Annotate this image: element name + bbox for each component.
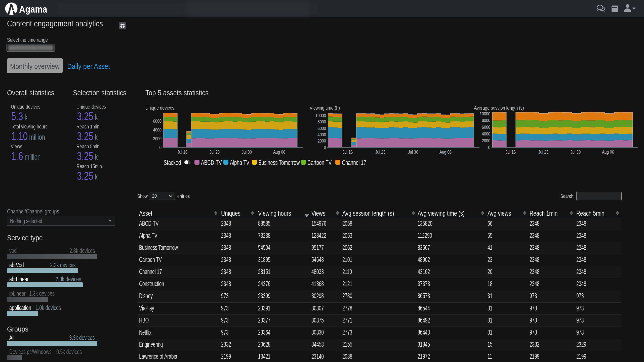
svg-text:4000: 4000 <box>153 127 162 132</box>
svg-text:10000: 10000 <box>315 113 326 118</box>
svg-text:Aug 06: Aug 06 <box>439 149 452 155</box>
svg-text:Jul 16: Jul 16 <box>506 149 516 155</box>
svg-text:10000: 10000 <box>480 111 490 116</box>
svg-text:2000: 2000 <box>482 138 490 143</box>
svg-text:Jul 23: Jul 23 <box>375 149 386 155</box>
svg-text:Jul 23: Jul 23 <box>538 149 549 155</box>
svg-text:0: 0 <box>488 145 490 150</box>
svg-text:Aug 06: Aug 06 <box>273 149 285 155</box>
svg-text:Jul 30: Jul 30 <box>571 149 581 155</box>
svg-text:Jul 16: Jul 16 <box>177 149 188 155</box>
svg-text:Jul 16: Jul 16 <box>343 149 353 155</box>
svg-text:4000: 4000 <box>482 131 490 137</box>
svg-text:8000: 8000 <box>317 119 326 125</box>
svg-text:Jul 23: Jul 23 <box>210 149 220 155</box>
svg-text:Jul 30: Jul 30 <box>242 149 252 155</box>
svg-text:6000: 6000 <box>317 125 326 131</box>
svg-text:2000: 2000 <box>153 136 162 141</box>
svg-text:6000: 6000 <box>153 118 162 124</box>
svg-text:0: 0 <box>324 145 326 150</box>
svg-text:2000: 2000 <box>317 138 326 144</box>
svg-text:4000: 4000 <box>317 132 326 137</box>
svg-text:Jul 30: Jul 30 <box>408 149 418 155</box>
svg-text:Aug 06: Aug 06 <box>602 149 614 155</box>
svg-text:8000: 8000 <box>482 118 490 123</box>
svg-text:0: 0 <box>159 145 162 150</box>
svg-text:6000: 6000 <box>482 124 490 130</box>
